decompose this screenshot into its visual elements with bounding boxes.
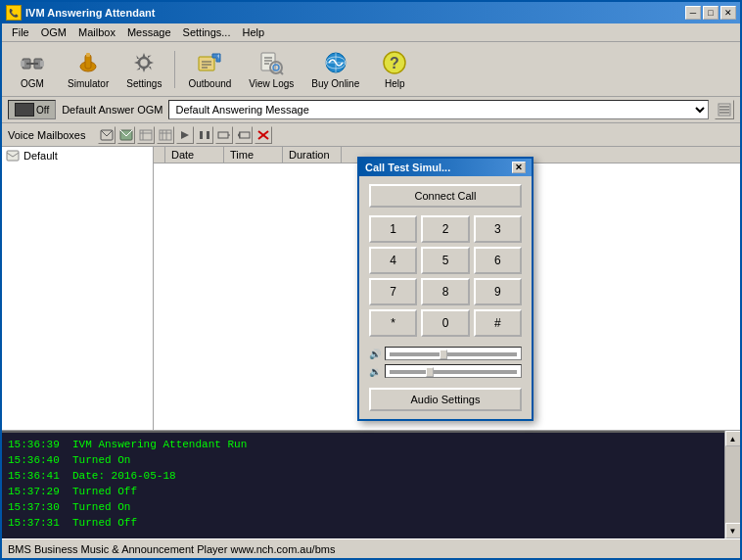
- menu-ogm[interactable]: OGM: [35, 25, 72, 39]
- dialog-close-button[interactable]: ✕: [512, 162, 526, 173]
- svg-point-8: [139, 58, 149, 68]
- svg-rect-7: [86, 53, 90, 57]
- log-entry-4: 15:37:30 Turned On: [8, 499, 719, 515]
- dial-1[interactable]: 1: [369, 215, 417, 243]
- scrollbar-track[interactable]: [725, 446, 740, 523]
- dial-8[interactable]: 8: [421, 278, 469, 305]
- toolbar-ogm-button[interactable]: OGM: [8, 46, 57, 92]
- viewlogs-label: View Logs: [249, 78, 294, 89]
- ogm-settings-button[interactable]: [715, 100, 734, 119]
- voice-btn8[interactable]: [235, 126, 253, 144]
- menu-help[interactable]: Help: [236, 25, 270, 39]
- help-icon: ?: [381, 49, 408, 76]
- log-entry-2: 15:36:41 Date: 2016-05-18: [8, 468, 719, 484]
- status-text: BMS Business Music & Announcement Player…: [8, 543, 335, 555]
- svg-rect-49: [7, 151, 19, 161]
- dialog-body: Connect Call 1 2 3 4 5 6 7 8 9 * 0 # 🔊: [359, 176, 532, 419]
- title-buttons: ─ □ ✕: [685, 6, 736, 20]
- svg-rect-40: [200, 131, 203, 139]
- outbound-label: Outbound: [188, 78, 231, 89]
- svg-rect-4: [26, 63, 38, 65]
- dialog-title-bar: Call Test Simul... ✕: [359, 159, 532, 176]
- viewlogs-icon: [257, 49, 285, 76]
- buyonline-icon: [322, 49, 349, 76]
- buyonline-label: Buy Online: [311, 78, 359, 89]
- dial-9[interactable]: 9: [474, 278, 522, 305]
- simulator-label: Simulator: [68, 78, 109, 89]
- svg-rect-45: [240, 132, 250, 138]
- maximize-button[interactable]: □: [703, 6, 719, 20]
- dial-0[interactable]: 0: [421, 309, 469, 337]
- volume-row-2: 🔉: [369, 364, 522, 378]
- menu-settings[interactable]: Settings...: [177, 25, 237, 39]
- dial-star[interactable]: *: [369, 309, 417, 337]
- minimize-button[interactable]: ─: [685, 6, 701, 20]
- settings-icon: [130, 49, 158, 76]
- volume-slider-1[interactable]: [385, 347, 522, 360]
- close-button[interactable]: ✕: [720, 6, 736, 20]
- toolbar-separator: [174, 51, 175, 88]
- call-test-dialog: Call Test Simul... ✕ Connect Call 1 2 3 …: [357, 157, 533, 421]
- toolbar-viewlogs-button[interactable]: View Logs: [242, 46, 301, 92]
- dial-3[interactable]: 3: [474, 215, 522, 243]
- dialpad: 1 2 3 4 5 6 7 8 9 * 0 #: [369, 215, 522, 337]
- dial-2[interactable]: 2: [421, 215, 469, 243]
- status-bar: BMS Business Music & Announcement Player…: [2, 538, 740, 558]
- dial-7[interactable]: 7: [369, 278, 417, 305]
- window-title: IVM Answering Attendant: [25, 7, 155, 19]
- voice-delete-button[interactable]: [255, 126, 272, 144]
- scrollbar-up-button[interactable]: ▲: [725, 431, 741, 446]
- log-area: 15:36:39 IVM Answering Attendant Run 15:…: [2, 431, 724, 538]
- ogm-icon: [19, 49, 46, 76]
- svg-rect-35: [160, 130, 171, 140]
- toolbar-outbound-button[interactable]: Outbound: [181, 46, 238, 92]
- dial-hash[interactable]: #: [474, 309, 522, 337]
- volume-slider-2[interactable]: [385, 364, 522, 378]
- menu-message[interactable]: Message: [121, 25, 177, 39]
- mailbox-item-default[interactable]: Default: [2, 147, 153, 164]
- log-entry-3: 15:37:29 Turned Off: [8, 484, 719, 499]
- svg-rect-41: [207, 131, 209, 139]
- menu-mailbox[interactable]: Mailbox: [72, 25, 121, 39]
- volume-area: 🔊 🔉: [369, 345, 522, 380]
- menu-file[interactable]: File: [6, 25, 35, 39]
- vol-track-2: [390, 370, 517, 374]
- dial-5[interactable]: 5: [421, 247, 469, 274]
- audio-settings-button[interactable]: Audio Settings: [369, 388, 522, 411]
- toolbar-simulator-button[interactable]: Simulator: [61, 46, 116, 92]
- ogm-select[interactable]: Default Answering Message: [168, 100, 709, 119]
- settings-label: Settings: [126, 78, 162, 89]
- connect-call-button[interactable]: Connect Call: [369, 184, 522, 208]
- col-duration: Duration: [283, 147, 342, 163]
- mailbox-default-label: Default: [23, 150, 58, 162]
- speaker-up-icon: 🔊: [369, 349, 381, 359]
- voice-btn4[interactable]: [157, 126, 174, 144]
- svg-rect-3: [40, 61, 44, 67]
- col-spacer: [154, 147, 165, 163]
- power-button[interactable]: Off: [8, 100, 56, 119]
- toolbar-settings-button[interactable]: Settings: [119, 46, 168, 92]
- svg-text:?: ?: [390, 55, 399, 71]
- voice-mailboxes-title: Voice Mailboxes: [8, 129, 86, 141]
- log-scrollbar: ▲ ▼: [724, 431, 740, 538]
- ogm-bar: Off Default Answer OGM Default Answering…: [2, 97, 740, 123]
- mailbox-list: Default: [2, 147, 154, 430]
- toolbar-help-button[interactable]: ? Help: [370, 46, 419, 92]
- dialog-title-text: Call Test Simul...: [365, 162, 450, 173]
- svg-rect-42: [218, 132, 228, 138]
- voice-btn6[interactable]: [196, 126, 213, 144]
- scrollbar-down-button[interactable]: ▼: [725, 523, 741, 538]
- svg-rect-6: [85, 55, 91, 69]
- power-indicator: [15, 103, 34, 117]
- help-label: Help: [385, 78, 405, 89]
- voice-btn3[interactable]: [137, 126, 155, 144]
- dial-4[interactable]: 4: [369, 247, 417, 274]
- dial-6[interactable]: 6: [474, 247, 522, 274]
- voice-btn2[interactable]: [117, 126, 135, 144]
- log-entry-5: 15:37:31 Turned Off: [8, 515, 719, 531]
- toolbar: OGM Simulator: [2, 42, 740, 97]
- voice-btn5[interactable]: [176, 126, 194, 144]
- voice-email-button[interactable]: [98, 126, 116, 144]
- toolbar-buyonline-button[interactable]: Buy Online: [304, 46, 366, 92]
- voice-btn7[interactable]: [215, 126, 233, 144]
